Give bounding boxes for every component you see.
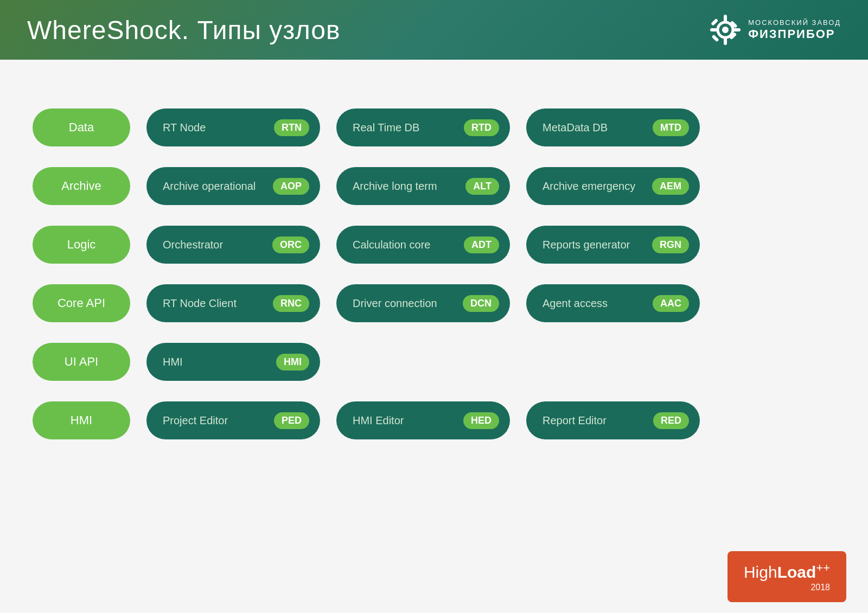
node-badge-alt: ALT (465, 178, 499, 195)
node-card-hed: HMI EditorHED (336, 401, 510, 439)
node-badge-mtd: MTD (653, 119, 689, 136)
node-card-hmi: HMIHMI (146, 343, 320, 381)
highload-text: HighLoad++ (744, 563, 830, 581)
node-label-aem: Archive emergency (542, 180, 635, 193)
node-label-ped: Project Editor (163, 414, 228, 427)
header: WhereShock. Типы узлов Московский завод … (0, 0, 868, 60)
svg-rect-2 (724, 37, 727, 45)
node-card-aem: Archive emergencyAEM (526, 167, 700, 205)
svg-rect-7 (712, 35, 719, 42)
node-label-hed: HMI Editor (353, 414, 404, 427)
node-badge-aop: AOP (273, 178, 309, 195)
node-card-orc: OrchestratorORC (146, 226, 320, 264)
logo-bottom-line: Физприбор (748, 27, 841, 41)
node-badge-aac: AAC (653, 295, 689, 312)
node-card-mtd: MetaData DBMTD (526, 108, 700, 146)
node-badge-rtd: RTD (464, 119, 499, 136)
node-card-alt: Archive long termALT (336, 167, 510, 205)
node-card-aop: Archive operationalAOP (146, 167, 320, 205)
node-card-aac: Agent accessAAC (526, 284, 700, 322)
node-card-rtd: Real Time DBRTD (336, 108, 510, 146)
node-label-adt: Calculation core (353, 239, 430, 251)
main-content: DataRT NodeRTNReal Time DBRTDMetaData DB… (0, 60, 868, 467)
node-label-hmi: HMI (163, 356, 183, 368)
svg-rect-4 (733, 28, 741, 31)
category-core-api: Core API (33, 284, 130, 322)
node-card-ped: Project EditorPED (146, 401, 320, 439)
category-data: Data (33, 108, 130, 146)
logo-area: Московский завод Физприбор (709, 14, 841, 46)
node-badge-rnc: RNC (273, 295, 309, 312)
node-badge-adt: ADT (464, 237, 499, 253)
node-badge-red: RED (653, 412, 689, 429)
highload-year: 2018 (744, 583, 830, 592)
category-ui-api: UI API (33, 343, 130, 381)
logo-top-line: Московский завод (748, 18, 841, 27)
node-label-mtd: MetaData DB (542, 122, 608, 134)
node-badge-rgn: RGN (652, 237, 689, 253)
logo-icon (709, 14, 742, 46)
svg-point-9 (722, 27, 729, 33)
page-title: WhereShock. Типы узлов (27, 15, 341, 45)
svg-rect-5 (711, 18, 718, 26)
node-label-orc: Orchestrator (163, 239, 223, 251)
node-grid: DataRT NodeRTNReal Time DBRTDMetaData DB… (33, 103, 835, 445)
category-archive: Archive (33, 167, 130, 205)
node-badge-dcn: DCN (463, 295, 499, 312)
svg-rect-1 (724, 15, 727, 22)
node-label-aac: Agent access (542, 297, 608, 310)
node-badge-rtn: RTN (274, 119, 309, 136)
node-label-dcn: Driver connection (353, 297, 437, 310)
node-badge-hmi: HMI (276, 354, 309, 371)
logo-text: Московский завод Физприбор (748, 18, 841, 41)
node-label-rgn: Reports generator (542, 239, 630, 251)
category-hmi: HMI (33, 401, 130, 439)
category-logic: Logic (33, 226, 130, 264)
node-card-dcn: Driver connectionDCN (336, 284, 510, 322)
node-card-red: Report EditorRED (526, 401, 700, 439)
node-label-alt: Archive long term (353, 180, 437, 193)
node-badge-ped: PED (274, 412, 309, 429)
node-label-aop: Archive operational (163, 180, 256, 193)
highload-badge: HighLoad++ 2018 (727, 551, 846, 602)
node-label-red: Report Editor (542, 414, 607, 427)
svg-rect-3 (710, 28, 718, 31)
node-card-rgn: Reports generatorRGN (526, 226, 700, 264)
node-card-rtn: RT NodeRTN (146, 108, 320, 146)
node-badge-hed: HED (463, 412, 499, 429)
node-card-adt: Calculation coreADT (336, 226, 510, 264)
node-card-rnc: RT Node ClientRNC (146, 284, 320, 322)
node-label-rnc: RT Node Client (163, 297, 237, 310)
empty-cell-r4-c1 (336, 337, 510, 375)
node-badge-orc: ORC (272, 237, 309, 253)
node-label-rtn: RT Node (163, 122, 206, 134)
node-badge-aem: AEM (652, 178, 689, 195)
node-label-rtd: Real Time DB (353, 122, 419, 134)
empty-cell-r4-c2 (526, 337, 700, 375)
